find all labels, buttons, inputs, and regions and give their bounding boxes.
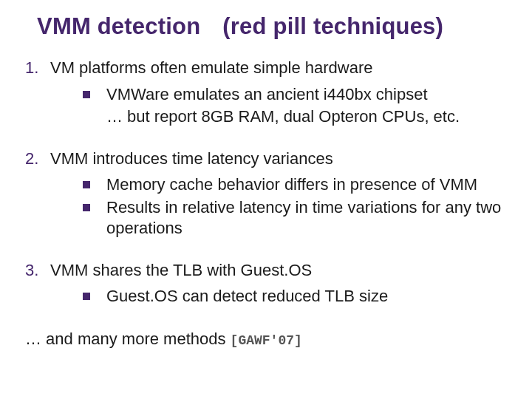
point-2-subs: Memory cache behavior differs in presenc…: [83, 174, 507, 239]
point-number: 1.: [25, 58, 50, 78]
sub-text: Guest.OS can detect reduced TLB size: [106, 286, 507, 307]
closing-line: … and many more methods [GAWF'07]: [25, 330, 507, 349]
point-2-header: 2. VMM introduces time latency variances: [25, 149, 507, 169]
point-text: VM platforms often emulate simple hardwa…: [50, 58, 373, 78]
bullet-square-icon: [83, 293, 90, 300]
point-number: 2.: [25, 149, 50, 169]
slide-title: VMM detection(red pill techniques): [37, 13, 507, 40]
sub-text: VMWare emulates an ancient i440bx chipse…: [106, 85, 428, 103]
bullet-square-icon: [83, 181, 90, 188]
citation: [GAWF'07]: [231, 333, 302, 348]
sub-item: Memory cache behavior differs in presenc…: [83, 174, 507, 196]
sub-item: VMWare emulates an ancient i440bx chipse…: [83, 84, 507, 128]
point-1-subs: VMWare emulates an ancient i440bx chipse…: [83, 84, 507, 128]
sub-item: Results in relative latency in time vari…: [83, 197, 507, 239]
title-part-a: VMM detection: [37, 13, 200, 39]
bullet-square-icon: [83, 91, 90, 98]
sub-text-wrap: VMWare emulates an ancient i440bx chipse…: [106, 84, 507, 128]
point-3-header: 3. VMM shares the TLB with Guest.OS: [25, 260, 507, 281]
sub-item: Guest.OS can detect reduced TLB size: [83, 286, 507, 307]
point-1-header: 1. VM platforms often emulate simple har…: [25, 58, 507, 78]
point-text: VMM shares the TLB with Guest.OS: [50, 260, 312, 281]
sub-text: Memory cache behavior differs in presenc…: [106, 174, 507, 196]
sub-continuation: … but report 8GB RAM, dual Opteron CPUs,…: [106, 106, 507, 128]
point-1: 1. VM platforms often emulate simple har…: [25, 58, 507, 128]
point-3: 3. VMM shares the TLB with Guest.OS Gues…: [25, 260, 507, 307]
point-text: VMM introduces time latency variances: [50, 149, 333, 169]
slide: VMM detection(red pill techniques) 1. VM…: [0, 0, 532, 399]
title-part-b: (red pill techniques): [222, 13, 443, 39]
point-2: 2. VMM introduces time latency variances…: [25, 149, 507, 239]
closing-text: … and many more methods: [25, 330, 231, 348]
sub-text: Results in relative latency in time vari…: [106, 197, 507, 239]
point-number: 3.: [25, 260, 50, 281]
point-3-subs: Guest.OS can detect reduced TLB size: [83, 286, 507, 307]
bullet-square-icon: [83, 204, 90, 211]
